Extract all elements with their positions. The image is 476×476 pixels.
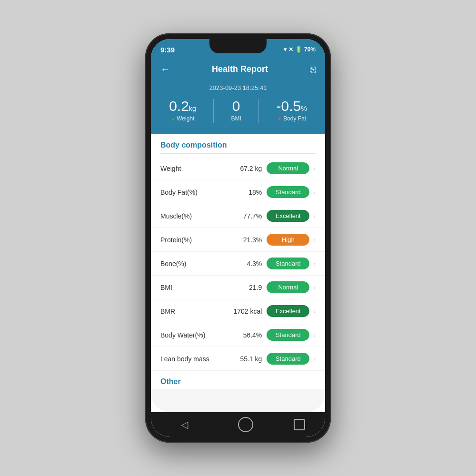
list-item[interactable]: BMR 1702 kcal Excellent › [151, 299, 325, 323]
item-name: Protein(%) [160, 236, 233, 244]
item-value: 56.4% [233, 331, 262, 339]
list-item[interactable]: Protein(%) 21.3% High › [151, 228, 325, 252]
page-title: Health Report [212, 64, 268, 74]
chevron-right-icon: › [313, 165, 316, 172]
status-badge: High [267, 234, 309, 246]
chevron-right-icon: › [313, 188, 316, 196]
list-item[interactable]: Weight 67.2 kg Normal › [151, 157, 325, 180]
divider-1 [213, 99, 214, 123]
bodyfat-metric: -0.5% ▼ Body Fat [277, 99, 307, 122]
bodyfat-value: -0.5% [277, 99, 307, 113]
list-item[interactable]: Bone(%) 4.3% Standard › [151, 252, 325, 276]
bottom-nav: ◁ [151, 412, 325, 437]
bodyfat-label-text: Body Fat [283, 115, 306, 122]
other-section-title: Other [160, 377, 316, 386]
notch [209, 39, 267, 53]
status-badge: Normal [267, 162, 309, 174]
list-item[interactable]: BMI 21.9 Normal › [151, 276, 325, 299]
status-badge: Standard [267, 353, 309, 365]
section-header: Body composition [151, 134, 325, 157]
timestamp: 2023-09-23 18:25:41 [160, 84, 316, 91]
vibrate-icon: ▾ [284, 46, 287, 53]
weight-value: 0.2kg [169, 99, 196, 113]
item-value: 67.2 kg [233, 165, 262, 172]
back-button[interactable]: ← [160, 64, 170, 75]
back-nav-button[interactable]: ◁ [171, 415, 198, 434]
item-value: 4.3% [233, 260, 262, 268]
bmi-value: 0 [231, 99, 241, 113]
item-name: Muscle(%) [160, 212, 233, 220]
home-nav-button[interactable] [238, 417, 253, 432]
chevron-right-icon: › [313, 307, 316, 315]
app-header: ← Health Report ⎘ [151, 60, 325, 82]
status-badge: Standard [267, 186, 309, 198]
chevron-right-icon: › [313, 284, 316, 291]
bmi-label: BMI [231, 115, 241, 122]
bodyfat-unit: % [301, 105, 307, 112]
status-icons: ▾ ✕ 🔋 70% [284, 46, 316, 53]
status-badge: Excellent [267, 210, 309, 222]
weight-label-text: Weight [177, 115, 194, 122]
metrics-row: 0.2kg ▲ Weight 0 BMI - [160, 99, 316, 123]
section-title: Body composition [160, 141, 316, 149]
item-name: Body Water(%) [160, 331, 233, 339]
item-value: 77.7% [233, 212, 262, 220]
bodyfat-label: ▼ Body Fat [277, 115, 307, 122]
item-value: 21.9 [233, 284, 262, 291]
status-badge: Standard [267, 258, 309, 269]
status-time: 9:39 [160, 46, 175, 54]
item-name: BMI [160, 284, 233, 291]
item-name: Weight [160, 165, 233, 172]
bmi-metric: 0 BMI [231, 99, 241, 122]
item-value: 18% [233, 188, 262, 196]
signal-icon: ✕ [288, 46, 293, 53]
status-badge: Standard [267, 329, 309, 341]
content-area[interactable]: Body composition Weight 67.2 kg Normal ›… [151, 134, 325, 412]
battery-percent: 70% [304, 46, 316, 53]
chevron-right-icon: › [313, 236, 316, 244]
list-item[interactable]: Lean body mass 55.1 kg Standard › [151, 347, 325, 371]
item-value: 55.1 kg [233, 355, 262, 363]
other-section-header: Other [151, 371, 325, 389]
item-name: Lean body mass [160, 355, 233, 363]
bodyfat-down-icon: ▼ [277, 116, 282, 121]
phone-screen: 9:39 ▾ ✕ 🔋 70% ← Health Report ⎘ 2023-09… [151, 39, 325, 437]
battery-icon: 🔋 [295, 46, 302, 53]
item-value: 1702 kcal [233, 307, 262, 315]
weight-unit: kg [189, 105, 196, 112]
section-divider [160, 153, 316, 154]
bmi-label-text: BMI [231, 115, 241, 122]
item-name: Body Fat(%) [160, 188, 233, 196]
status-badge: Excellent [267, 305, 309, 317]
chevron-right-icon: › [313, 355, 316, 363]
status-badge: Normal [267, 281, 309, 293]
body-composition-list: Weight 67.2 kg Normal › Body Fat(%) 18% … [151, 157, 325, 371]
share-button[interactable]: ⎘ [310, 64, 316, 75]
item-value: 21.3% [233, 236, 262, 244]
status-bar: 9:39 ▾ ✕ 🔋 70% [151, 39, 325, 60]
weight-metric: 0.2kg ▲ Weight [169, 99, 196, 122]
item-name: Bone(%) [160, 260, 233, 268]
divider-2 [258, 99, 259, 123]
chevron-right-icon: › [313, 260, 316, 268]
list-item[interactable]: Body Water(%) 56.4% Standard › [151, 323, 325, 347]
chevron-right-icon: › [313, 331, 316, 339]
recents-nav-button[interactable] [294, 419, 305, 430]
chevron-right-icon: › [313, 212, 316, 220]
weight-up-icon: ▲ [170, 116, 175, 121]
list-item[interactable]: Body Fat(%) 18% Standard › [151, 180, 325, 204]
phone-frame: 9:39 ▾ ✕ 🔋 70% ← Health Report ⎘ 2023-09… [145, 33, 331, 443]
summary-card: 2023-09-23 18:25:41 0.2kg ▲ Weight 0 BMI [151, 82, 325, 134]
weight-label: ▲ Weight [169, 115, 196, 122]
list-item[interactable]: Muscle(%) 77.7% Excellent › [151, 204, 325, 228]
item-name: BMR [160, 307, 233, 315]
